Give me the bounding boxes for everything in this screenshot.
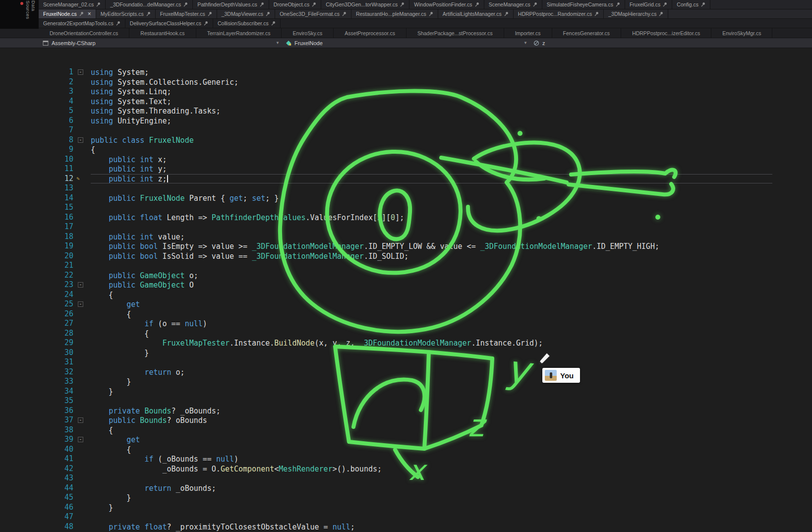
line-number: 36 (0, 406, 73, 416)
tab-TerrainLayerRandomizer.cs[interactable]: TerrainLayerRandomizer.cs (196, 28, 282, 38)
code-editor[interactable]: 1-using System;2using System.Collections… (0, 48, 812, 532)
gutter (73, 164, 91, 174)
member-dropdown[interactable]: z (530, 38, 812, 48)
tab-PathfinderDepthValues.cs[interactable]: PathfinderDepthValues.cs (193, 0, 269, 9)
tab-DeliverySurfaceClassHelper.cs[interactable]: DeliverySurfaceClassHelper.cs (125, 19, 213, 28)
tab-RestaurantHo...pleManager.cs[interactable]: RestaurantHo...pleManager.cs (351, 9, 438, 18)
code-line: 45 } (0, 493, 812, 503)
tab-EnviroSky.cs[interactable]: EnviroSky.cs (282, 28, 334, 38)
gutter (73, 116, 91, 126)
fold-collapse-icon[interactable]: - (78, 301, 83, 307)
tab-CollisionSubscriber.cs[interactable]: CollisionSubscriber.cs (213, 19, 281, 28)
line-number: 37 (0, 415, 73, 425)
pin-icon (342, 11, 347, 16)
avatar (545, 370, 557, 381)
tab-label: SimulatedFisheyeCamera.cs (547, 1, 613, 7)
gutter (73, 241, 91, 251)
code-line: 16 public float Length => PathfinderDept… (0, 213, 812, 223)
tab-Generator2ExportMapTools.cs[interactable]: Generator2ExportMapTools.cs (39, 19, 125, 28)
chevron-down-icon: ▼ (523, 41, 527, 45)
tab-label: RestaurantHook.cs (140, 30, 184, 36)
tab-SceneManager.cs[interactable]: SceneManager.cs (484, 0, 542, 9)
tab-AssetPreprocessor.cs[interactable]: AssetPreprocessor.cs (334, 28, 406, 38)
code-text: public int z; (91, 174, 772, 184)
tab-RestaurantHook.cs[interactable]: RestaurantHook.cs (129, 28, 196, 38)
tab-label: PathfinderDepthValues.cs (197, 1, 257, 7)
text-caret (167, 175, 168, 182)
tab-Importer.cs[interactable]: Importer.cs (504, 28, 552, 38)
gutter (73, 357, 91, 367)
tab-_3DMapViewer.cs[interactable]: _3DMapViewer.cs (217, 9, 275, 18)
tab-_3DFoundatio...delManager.cs[interactable]: _3DFoundatio...delManager.cs (106, 0, 193, 9)
gutter (73, 473, 91, 483)
gutter (73, 106, 91, 116)
tab-HDRPPostproc...Randomizer.cs[interactable]: HDRPPostproc...Randomizer.cs (514, 9, 604, 18)
fold-collapse-icon[interactable]: - (78, 69, 83, 75)
gutter (73, 261, 91, 271)
code-text: FruxelMapTester.Instance.BuildNode(x, y,… (91, 338, 772, 348)
close-icon[interactable]: × (88, 11, 91, 17)
project-icon (43, 40, 49, 46)
tab-FencesGenerator.cs[interactable]: FencesGenerator.cs (552, 28, 622, 38)
tab-HDRPPostproc...izerEditor.cs[interactable]: HDRPPostproc...izerEditor.cs (621, 28, 711, 38)
tab-row-1: SceneManager_02.cs_3DFoundatio...delMana… (0, 0, 812, 9)
code-line: 41 if (_oBounds == null) (0, 454, 812, 464)
tab-label: HDRPPostproc...Randomizer.cs (518, 11, 592, 17)
project-dropdown[interactable]: Assembly-CSharp ▼ (40, 38, 283, 48)
type-dropdown[interactable]: FruxelNode ▼ (283, 38, 530, 48)
tab-label: _3DFoundatio...delManager.cs (110, 1, 181, 7)
tab-label: HDRPPostproc...izerEditor.cs (632, 30, 700, 36)
fold-collapse-icon[interactable]: - (78, 137, 83, 143)
gutter (73, 387, 91, 397)
tab-CityGen3DGen...torWrapper.cs[interactable]: CityGen3DGen...torWrapper.cs (321, 0, 409, 9)
code-line: 11 public int y; (0, 164, 812, 174)
code-line: 27 if (o == null) (0, 319, 812, 329)
line-number: 19 (0, 241, 73, 251)
gutter: - (73, 299, 91, 309)
code-line: 47 (0, 512, 812, 522)
code-text (91, 357, 772, 367)
tab-SimulatedFisheyeCamera.cs[interactable]: SimulatedFisheyeCamera.cs (542, 0, 625, 9)
code-line: 22 public GameObject o; (0, 271, 812, 281)
pencil-cursor-icon (537, 351, 552, 366)
tab-Config.cs[interactable]: Config.cs (672, 0, 710, 9)
code-line: 34 } (0, 387, 812, 397)
presenter-name-tag: You (542, 368, 580, 383)
tab-OneSec3D_FileFormat.cs[interactable]: OneSec3D_FileFormat.cs (275, 9, 351, 18)
tab-FruxelGrid.cs[interactable]: FruxelGrid.cs (625, 0, 672, 9)
tab-WindowPositionFinder.cs[interactable]: WindowPositionFinder.cs (409, 0, 484, 9)
code-line: 17 (0, 222, 812, 232)
code-text: public GameObject o; (91, 271, 772, 281)
tab-MyEditorScripts.cs[interactable]: MyEditorScripts.cs (96, 9, 156, 18)
tab-ArtificialLightsManager.cs[interactable]: ArtificialLightsManager.cs (438, 9, 514, 18)
gutter (73, 406, 91, 416)
gutter: - (73, 135, 91, 145)
gutter (73, 454, 91, 464)
data-sources-tab[interactable]: Data Sources (25, 0, 36, 29)
fold-collapse-icon[interactable]: - (78, 282, 83, 288)
pin-icon (475, 2, 479, 7)
code-line: 39- get (0, 435, 812, 445)
code-line: 23- public GameObject O (0, 280, 812, 290)
tab-FruxelMapTester.cs[interactable]: FruxelMapTester.cs (156, 9, 217, 18)
tab-DroneObject.cs[interactable]: DroneObject.cs (269, 0, 321, 9)
tab-EnviroSkyMgr.cs[interactable]: EnviroSkyMgr.cs (711, 28, 772, 38)
gutter (73, 251, 91, 261)
tab-ShaderPackage...stProcessor.cs[interactable]: ShaderPackage...stProcessor.cs (406, 28, 504, 38)
tab-FruxelNode.cs[interactable]: FruxelNode.cs× (39, 9, 96, 18)
tab-SceneManager_02.cs[interactable]: SceneManager_02.cs (39, 0, 106, 9)
tab-DroneOrientationController.cs[interactable]: DroneOrientationController.cs (39, 28, 129, 38)
fold-collapse-icon[interactable]: - (78, 417, 83, 423)
code-line: 30 } (0, 348, 812, 358)
gutter (73, 203, 91, 213)
code-text: public int x; (91, 155, 772, 165)
tab-_3DMapHierarchy.cs[interactable]: _3DMapHierarchy.cs (604, 9, 668, 18)
fold-collapse-icon[interactable]: - (78, 437, 83, 442)
tab-row-2: FruxelNode.cs×MyEditorScripts.csFruxelMa… (0, 9, 812, 19)
tab-label: TerrainLayerRandomizer.cs (207, 30, 271, 36)
tab-label: CityGen3DGen...torWrapper.cs (326, 1, 398, 7)
code-text: return _oBounds; (91, 483, 772, 493)
pin-icon (312, 2, 316, 7)
pin-icon (271, 21, 276, 26)
line-number: 13 (0, 183, 73, 193)
